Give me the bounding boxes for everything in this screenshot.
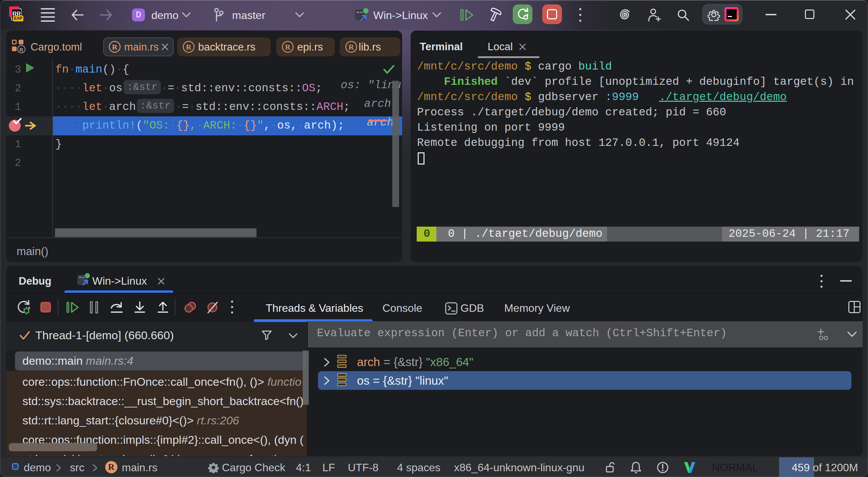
svg-text:R: R <box>112 43 118 51</box>
svg-text:R: R <box>348 43 354 51</box>
svg-text:R: R <box>186 43 192 51</box>
svg-text:R: R <box>285 43 291 51</box>
